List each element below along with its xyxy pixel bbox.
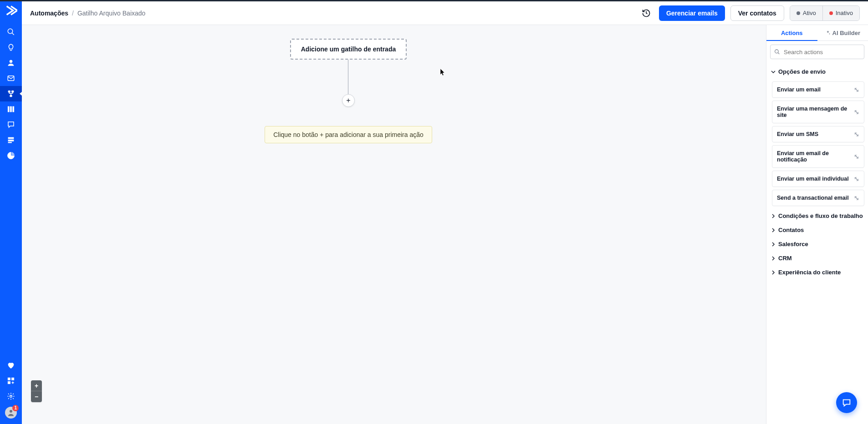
drag-icon: ⤡ <box>854 86 859 93</box>
actions-panel: Actions AI Builder Opções de envio <box>766 25 868 424</box>
search-icon <box>774 49 780 55</box>
user-avatar[interactable]: 1 <box>5 407 17 419</box>
action-send-site-message[interactable]: Enviar uma mensagem de site⤡ <box>772 101 864 123</box>
svg-line-19 <box>778 53 779 54</box>
svg-rect-13 <box>8 378 10 380</box>
chevron-right-icon <box>771 214 776 218</box>
action-send-email[interactable]: Enviar um email⤡ <box>772 81 864 98</box>
svg-rect-14 <box>12 378 14 380</box>
svg-rect-12 <box>8 142 12 143</box>
cursor-icon <box>440 68 445 76</box>
status-inactive-dot <box>829 11 833 15</box>
nav-reports[interactable] <box>0 148 22 163</box>
status-inactive-button[interactable]: Inativo <box>823 6 859 20</box>
svg-rect-15 <box>8 382 10 384</box>
chevron-right-icon <box>771 242 776 247</box>
status-active-button[interactable]: Ativo <box>790 6 823 20</box>
svg-point-17 <box>10 410 12 413</box>
app-logo[interactable] <box>5 4 17 17</box>
add-trigger-box[interactable]: Adicione um gatilho de entrada <box>290 39 407 60</box>
nav-conversations[interactable] <box>0 117 22 132</box>
drag-icon: ⤡ <box>854 176 859 182</box>
tab-actions[interactable]: Actions <box>766 25 817 40</box>
category-crm[interactable]: CRM <box>770 251 864 265</box>
chevron-down-icon <box>771 70 776 74</box>
svg-rect-7 <box>8 106 9 112</box>
svg-rect-11 <box>8 140 14 141</box>
svg-rect-4 <box>8 91 10 92</box>
drag-icon: ⤡ <box>854 131 859 137</box>
nav-settings[interactable] <box>0 389 22 404</box>
category-customer-experience[interactable]: Experiência do cliente <box>770 265 864 279</box>
nav-favorites[interactable] <box>0 358 22 373</box>
nav-deals[interactable] <box>0 101 22 117</box>
svg-rect-10 <box>8 137 14 139</box>
action-send-notification[interactable]: Enviar um email de notificação⤡ <box>772 145 864 168</box>
category-contacts[interactable]: Contatos <box>770 223 864 237</box>
search-actions-wrap[interactable] <box>770 45 864 59</box>
notification-count: 1 <box>12 405 19 411</box>
manage-emails-button[interactable]: Gerenciar emails <box>659 5 725 21</box>
nav-search[interactable] <box>0 24 22 40</box>
breadcrumb-title: Gatilho Arquivo Baixado <box>77 10 145 17</box>
category-conditions[interactable]: Condições e fluxo de trabalho <box>770 209 864 223</box>
breadcrumb: Automações / Gatilho Arquivo Baixado <box>30 10 145 17</box>
header-bar: Automações / Gatilho Arquivo Baixado Ger… <box>22 1 868 25</box>
left-nav: 1 <box>0 1 22 424</box>
svg-point-16 <box>10 395 12 398</box>
chevron-right-icon <box>771 270 776 275</box>
nav-automations[interactable] <box>0 86 22 101</box>
chat-help-fab[interactable] <box>836 392 857 413</box>
status-active-dot <box>797 11 800 15</box>
zoom-controls: + − <box>31 380 42 402</box>
nav-forms[interactable] <box>0 132 22 148</box>
add-action-node[interactable]: + <box>342 94 355 107</box>
connector-line <box>348 60 348 94</box>
action-send-sms[interactable]: Enviar um SMS⤡ <box>772 126 864 142</box>
nav-apps[interactable] <box>0 373 22 389</box>
chevron-right-icon <box>771 256 776 261</box>
svg-rect-5 <box>12 91 14 92</box>
zoom-in-button[interactable]: + <box>31 380 42 391</box>
svg-point-2 <box>10 60 12 63</box>
category-salesforce[interactable]: Salesforce <box>770 237 864 251</box>
drag-icon: ⤡ <box>854 109 859 115</box>
history-button[interactable] <box>639 6 654 20</box>
category-sending-options[interactable]: Opções de envio <box>770 65 864 79</box>
svg-rect-8 <box>10 106 12 112</box>
nav-ideas[interactable] <box>0 40 22 55</box>
automation-canvas[interactable]: Adicione um gatilho de entrada + Clique … <box>22 25 766 424</box>
drag-icon: ⤡ <box>854 153 859 160</box>
hint-tooltip: Clique no botão + para adicionar a sua p… <box>265 126 432 143</box>
svg-line-1 <box>12 33 14 35</box>
action-send-individual-email[interactable]: Enviar um email individual⤡ <box>772 171 864 187</box>
nav-campaigns[interactable] <box>0 71 22 86</box>
zoom-out-button[interactable]: − <box>31 391 42 402</box>
svg-point-18 <box>775 50 779 53</box>
action-send-transactional[interactable]: Send a transactional email⤡ <box>772 190 864 206</box>
svg-rect-9 <box>13 106 14 112</box>
drag-icon: ⤡ <box>854 195 859 201</box>
svg-point-0 <box>8 29 13 34</box>
sparkle-icon <box>825 30 831 35</box>
chevron-right-icon <box>771 228 776 232</box>
status-toggle: Ativo Inativo <box>790 5 860 21</box>
tab-ai-builder[interactable]: AI Builder <box>817 25 868 40</box>
view-contacts-button[interactable]: Ver contatos <box>730 5 784 21</box>
breadcrumb-section[interactable]: Automações <box>30 10 68 17</box>
search-actions-input[interactable] <box>780 49 860 56</box>
svg-rect-6 <box>10 95 12 97</box>
nav-contacts[interactable] <box>0 55 22 71</box>
